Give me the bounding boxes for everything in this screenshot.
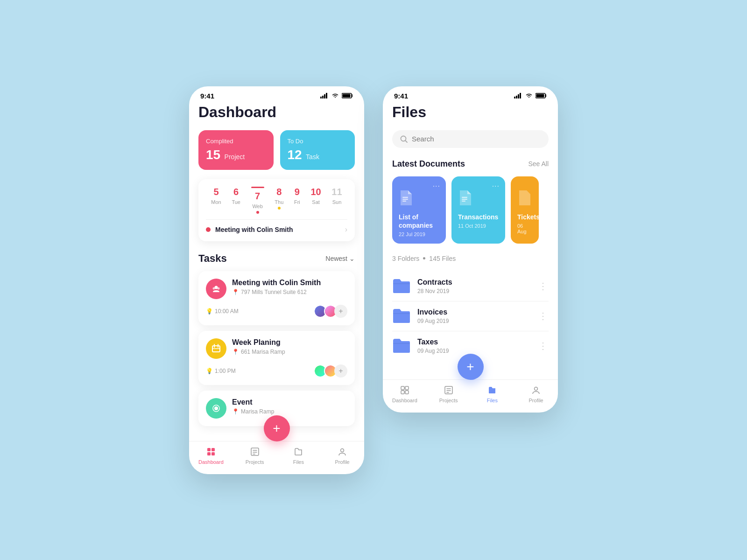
stat-sublabel-todo: Task bbox=[306, 153, 319, 161]
files-nav-icon bbox=[293, 446, 304, 457]
profile-nav-icon-1 bbox=[337, 446, 348, 457]
svg-point-6 bbox=[215, 286, 218, 289]
svg-point-7 bbox=[213, 287, 215, 289]
nav-files-2[interactable]: Files bbox=[471, 385, 514, 403]
svg-rect-28 bbox=[462, 197, 467, 198]
cal-day-6[interactable]: 6 Tue bbox=[232, 187, 240, 214]
battery-icon-2 bbox=[536, 93, 547, 98]
nav-dashboard-2[interactable]: Dashboard bbox=[383, 385, 427, 403]
bottom-nav-2: Dashboard Projects Files bbox=[383, 379, 558, 413]
cal-day-11[interactable]: 11 Sun bbox=[331, 187, 342, 214]
projects-nav-icon bbox=[249, 446, 261, 457]
folder-icon-2 bbox=[392, 308, 411, 324]
nav-profile-1[interactable]: Profile bbox=[320, 446, 364, 465]
stat-card-todo[interactable]: To Do 12 Task bbox=[280, 130, 355, 170]
see-all-button[interactable]: See All bbox=[528, 160, 549, 168]
folder-item-1[interactable]: Contracts 28 Nov 2019 ⋮ bbox=[392, 272, 549, 301]
files-icon bbox=[293, 447, 303, 457]
folder-more-3[interactable]: ⋮ bbox=[538, 340, 549, 351]
cal-day-10[interactable]: 10 Sat bbox=[310, 187, 321, 214]
projects-icon bbox=[250, 447, 260, 457]
folder-icon-1 bbox=[392, 278, 411, 294]
folder-date-1: 28 Nov 2019 bbox=[417, 288, 532, 294]
nav-label-profile-1: Profile bbox=[335, 459, 350, 465]
svg-rect-25 bbox=[402, 197, 408, 198]
fab-add-file[interactable]: + bbox=[458, 354, 484, 380]
folder-list: Contracts 28 Nov 2019 ⋮ Invoices 09 Aug … bbox=[392, 272, 549, 361]
task-location-1: 📍 797 Mills Tunnel Suite 612 bbox=[232, 289, 347, 295]
nav-dashboard[interactable]: Dashboard bbox=[189, 446, 233, 465]
tasks-sort[interactable]: Newest ⌄ bbox=[325, 255, 355, 262]
cal-day-9[interactable]: 9 Fri bbox=[294, 187, 300, 214]
latest-docs-title: Latest Documents bbox=[392, 159, 465, 169]
folder-date-3: 09 Aug 2019 bbox=[417, 348, 532, 354]
cal-day-7[interactable]: 7 Web bbox=[251, 187, 264, 214]
doc-card-2[interactable]: ··· Transactions 11 Oct 2019 bbox=[451, 176, 505, 244]
doc-card-1[interactable]: ··· List of companies 22 Jul 2019 bbox=[392, 176, 446, 244]
nav-projects-2[interactable]: Projects bbox=[427, 385, 471, 403]
folder-name-1: Contracts bbox=[417, 278, 532, 287]
folder-item-2[interactable]: Invoices 09 Aug 2019 ⋮ bbox=[392, 301, 549, 331]
folder-more-1[interactable]: ⋮ bbox=[538, 280, 549, 292]
event-icon bbox=[211, 403, 221, 413]
files-meta: 3 Folders 145 Files bbox=[392, 255, 549, 262]
task-card-2[interactable]: Week Planing 📍 661 Marisa Ramp 💡 1:00 PM bbox=[198, 331, 355, 385]
stat-label-completed: Complited bbox=[206, 138, 266, 145]
doc-card-3[interactable]: Tickets 06 Aug bbox=[511, 176, 539, 244]
profile-icon-2 bbox=[531, 385, 541, 395]
signal-icon-2 bbox=[514, 93, 522, 98]
dashboard-phone: 9:41 bbox=[189, 86, 364, 474]
status-bar-1: 9:41 bbox=[189, 86, 364, 104]
phones-container: 9:41 bbox=[189, 86, 558, 474]
cal-day-5[interactable]: 5 Mon bbox=[211, 187, 221, 214]
task-info-3: Event 📍 Marisa Ramp bbox=[232, 398, 347, 415]
cal-active-line bbox=[251, 187, 264, 188]
page-title-2: Files bbox=[392, 104, 549, 121]
task-name-1: Meeting with Colin Smith bbox=[232, 279, 347, 287]
avatar-add-2[interactable]: + bbox=[334, 364, 347, 378]
task-card-1[interactable]: Meeting with Colin Smith 📍 797 Mills Tun… bbox=[198, 271, 355, 325]
doc-name-2: Transactions bbox=[458, 213, 499, 221]
folder-more-2[interactable]: ⋮ bbox=[538, 310, 549, 322]
cal-day-num-10: 10 bbox=[310, 187, 321, 197]
folders-count: 3 Folders bbox=[392, 255, 419, 262]
task-info-2: Week Planing 📍 661 Marisa Ramp bbox=[232, 338, 347, 355]
projects-icon-2 bbox=[444, 385, 454, 395]
svg-rect-31 bbox=[401, 386, 404, 390]
svg-rect-27 bbox=[402, 201, 406, 202]
svg-rect-15 bbox=[211, 452, 215, 455]
stat-sublabel-completed: Project bbox=[225, 153, 245, 161]
page-title-1: Dashboard bbox=[198, 104, 355, 121]
nav-files[interactable]: Files bbox=[277, 446, 321, 465]
task-info-1: Meeting with Colin Smith 📍 797 Mills Tun… bbox=[232, 279, 347, 295]
cal-event[interactable]: Meeting with Colin Smith › bbox=[206, 219, 347, 234]
svg-rect-26 bbox=[402, 199, 408, 200]
nav-profile-2[interactable]: Profile bbox=[514, 385, 558, 403]
fab-add-task[interactable]: + bbox=[264, 415, 290, 441]
task-location-2: 📍 661 Marisa Ramp bbox=[232, 349, 347, 355]
search-bar[interactable] bbox=[392, 130, 549, 148]
status-icons-2 bbox=[514, 93, 547, 98]
doc-menu-1[interactable]: ··· bbox=[433, 182, 440, 190]
stat-card-completed[interactable]: Complited 15 Project bbox=[198, 130, 274, 170]
cal-days-row: 5 Mon 6 Tue 7 Web bbox=[206, 187, 347, 214]
battery-icon bbox=[342, 93, 353, 98]
svg-point-17 bbox=[341, 448, 344, 452]
task-bottom-1: 💡 10:00 AM + bbox=[206, 305, 347, 318]
files-nav-icon-2 bbox=[486, 385, 498, 396]
task-avatars-2: + bbox=[314, 364, 347, 378]
nav-projects[interactable]: Projects bbox=[233, 446, 277, 465]
svg-rect-5 bbox=[343, 94, 351, 98]
doc-file-icon-3 bbox=[517, 190, 530, 205]
folder-name-2: Invoices bbox=[417, 308, 532, 316]
latest-docs-header: Latest Documents See All bbox=[392, 159, 549, 169]
cal-day-8[interactable]: 8 Thu bbox=[275, 187, 283, 214]
dashboard-nav-icon-2 bbox=[399, 385, 410, 396]
task-icon-3 bbox=[206, 398, 226, 419]
search-input[interactable] bbox=[412, 135, 541, 143]
wifi-icon bbox=[331, 93, 339, 98]
cal-event-arrow: › bbox=[345, 225, 347, 234]
folder-icon-3 bbox=[392, 338, 411, 354]
doc-menu-2[interactable]: ··· bbox=[492, 182, 500, 190]
avatar-add-1[interactable]: + bbox=[334, 305, 347, 318]
